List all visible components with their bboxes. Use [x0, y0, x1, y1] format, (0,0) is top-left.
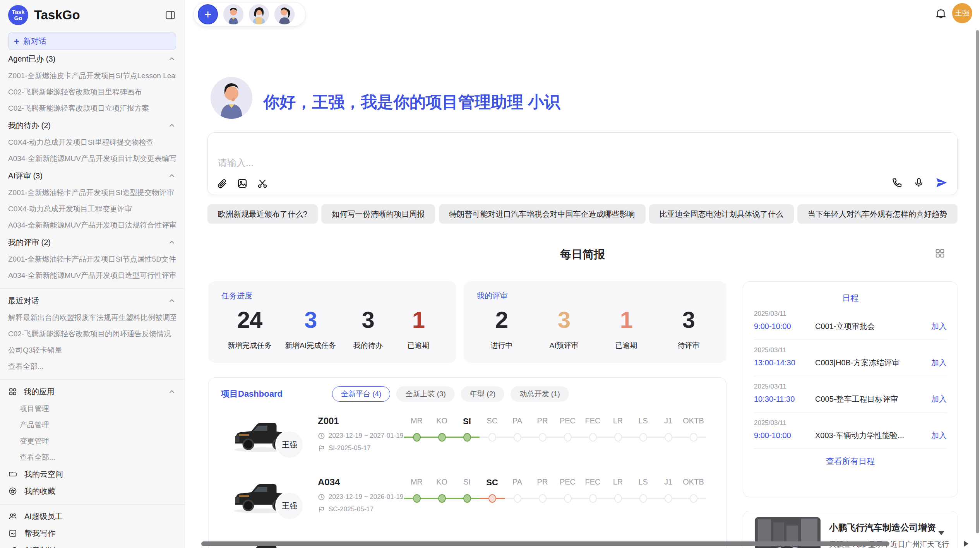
flag-icon [318, 445, 325, 452]
my-review-card: 我的评审 2 进行中 3 AI预评审 1 已逾期 3 待评审 [464, 281, 726, 363]
join-meeting-link[interactable]: 加入 [931, 358, 947, 368]
milestone-label: LR [605, 478, 630, 486]
chat-input[interactable]: 请输入... [207, 132, 958, 195]
suggestion-chip[interactable]: 特朗普可能对进口汽车增税会对中国车企造成哪些影响 [439, 204, 646, 224]
new-chat-label: 新对话 [23, 36, 46, 46]
sidebar-section-my-todo[interactable]: 我的待办 (2) [8, 116, 176, 134]
voice-call-button[interactable] [891, 177, 903, 188]
tab-all-new-platform[interactable]: 全新平台 (4) [332, 386, 391, 402]
milestone-label: MR [404, 478, 429, 486]
schedule-item[interactable]: 2025/03/11 9:00-10:00 X003-车辆动力学性能验... 加… [754, 413, 947, 449]
sidebar-section-recent-chats[interactable]: 最近对话 [8, 292, 176, 310]
section-title: 我的应用 [24, 387, 55, 397]
project-row-z001[interactable]: 王强 Z001 2023-12-19 ~ 2027-01-19 SI-2025-… [209, 413, 726, 471]
new-chat-button[interactable]: + 新对话 [8, 33, 176, 50]
milestone-dot [564, 494, 572, 503]
input-placeholder: 请输入... [218, 157, 254, 169]
project-flag-date: SC-2025-05-17 [329, 505, 373, 513]
sidebar-section-my-apps[interactable]: 我的应用 [8, 383, 176, 401]
sidebar-item[interactable]: Z001-全新燃油轻卡产品开发项目SI节点属性5D文件评审 [8, 251, 176, 267]
sidebar-item[interactable]: C02-飞腾新能源轻客改款项目里程碑画布 [8, 84, 176, 100]
folder-icon [8, 469, 18, 479]
milestone-dot [589, 433, 597, 442]
agent-avatar-2[interactable] [249, 4, 269, 24]
send-button[interactable] [935, 176, 948, 189]
phone-icon [891, 177, 903, 188]
sidebar-item[interactable]: A034-全新新能源MUV产品开发项目计划变更表编写 [8, 151, 176, 167]
project-row-a034[interactable]: 王强 A034 2023-12-19 ~ 2026-01-19 SC-2025-… [209, 474, 726, 533]
task-progress-card: 任务进度 24 新增完成任务 3 新增AI完成任务 3 我的待办 1 已逾期 [208, 281, 456, 363]
view-all-schedule-link[interactable]: 查看所有日程 [754, 456, 947, 467]
section-title: 我的评审 (2) [8, 237, 51, 248]
schedule-name: X003-车辆动力学性能验... [815, 430, 927, 441]
item-label: 我的收藏 [24, 486, 55, 497]
sidebar-item-cloud-space[interactable]: 我的云空间 [8, 466, 176, 483]
sidebar-item[interactable]: A034-全新新能源MUV产品开发项目法规符合性评审 [8, 217, 176, 233]
voice-input-button[interactable] [913, 177, 925, 188]
suggestion-chip[interactable]: 比亚迪全固态电池计划具体说了什么 [649, 204, 794, 224]
agent-avatar-1[interactable] [223, 4, 243, 24]
sidebar-item[interactable]: C0X4-动力总成开发项目工程变更评审 [8, 201, 176, 217]
user-avatar[interactable]: 王强 [952, 3, 972, 23]
divider [0, 504, 184, 505]
sidebar-item-product-mgmt[interactable]: 产品管理 [8, 417, 176, 433]
view-all-chats-link[interactable]: 查看全部... [8, 358, 176, 375]
tab-powertrain-dev[interactable]: 动总开发 (1) [511, 386, 569, 402]
scroll-right-arrow[interactable] [964, 541, 968, 547]
sidebar-item[interactable]: C0X4-动力总成开发项目SI里程碑提交物检查 [8, 134, 176, 151]
add-agent-button[interactable]: + [198, 4, 218, 24]
milestone-dot [514, 494, 521, 503]
join-meeting-link[interactable]: 加入 [931, 394, 947, 404]
sidebar-item-creative-drawing[interactable]: 创意制图 [8, 542, 176, 548]
sidebar-item[interactable]: 解释最新出台的欧盟报废车法规再生塑料比例被调至15%... [8, 310, 176, 326]
briefing-layout-button[interactable] [934, 248, 945, 259]
schedule-time: 9:00-10:00 [754, 322, 815, 331]
sidebar-section-ai-review[interactable]: AI评审 (3) [8, 167, 176, 185]
agent-avatar-3[interactable] [274, 4, 295, 24]
screenshot-button[interactable] [257, 178, 268, 189]
milestone-dot [665, 494, 672, 503]
upload-image-button[interactable] [236, 178, 248, 189]
suggestion-chip[interactable]: 当下年轻人对汽车外观有怎样的喜好趋势 [797, 204, 958, 224]
card-title: 任务进度 [221, 291, 443, 301]
schedule-name: C005-整车工程目标评审 [815, 394, 927, 404]
milestone-label: SI [454, 478, 480, 486]
tab-new-body[interactable]: 全新上装 (3) [396, 386, 455, 402]
schedule-time: 9:00-10:00 [754, 431, 815, 440]
tab-year-model[interactable]: 年型 (2) [461, 386, 505, 402]
milestone-label: FEC [580, 416, 605, 425]
suggestion-chip[interactable]: 欧洲新规最近颁布了什么? [207, 204, 318, 224]
sidebar-item-project-mgmt[interactable]: 项目管理 [8, 401, 176, 417]
sidebar-item-ai-super-staff[interactable]: AI超级员工 [8, 508, 176, 525]
join-meeting-link[interactable]: 加入 [931, 430, 947, 441]
vertical-scrollbar-thumb[interactable] [976, 30, 979, 533]
sidebar-section-agent-done[interactable]: Agent已办 (3) [8, 50, 176, 68]
sidebar-item[interactable]: Z001-全新燃油轻卡产品开发项目SI造型提交物评审 [8, 185, 176, 201]
sidebar-item[interactable]: C02-飞腾新能源轻客改款项目立项汇报方案 [8, 100, 176, 116]
sidebar-section-my-review[interactable]: 我的评审 (2) [8, 233, 176, 251]
view-all-apps-link[interactable]: 查看全部... [8, 449, 176, 466]
sidebar-item-help-me-write[interactable]: 帮我写作 [8, 525, 176, 542]
schedule-item[interactable]: 2025/03/11 13:00-14:30 C003|H0B-方案冻结评审 加… [754, 340, 947, 376]
join-meeting-link[interactable]: 加入 [931, 321, 947, 332]
sidebar-item[interactable]: C02-飞腾新能源轻客改款项目的闭环通告反馈情况 [8, 326, 176, 342]
schedule-item[interactable]: 2025/03/11 9:00-10:00 C001-立项审批会 加入 [754, 303, 947, 340]
horizontal-scrollbar-thumb[interactable] [201, 541, 889, 546]
milestone-label: LR [605, 416, 630, 425]
milestone-label: PEC [555, 478, 580, 486]
attach-file-button[interactable] [216, 178, 228, 189]
sidebar-item-favorites[interactable]: 我的收藏 [8, 483, 176, 500]
logo-text-top: Task [12, 9, 24, 15]
sidebar-item-change-mgmt[interactable]: 变更管理 [8, 433, 176, 449]
sidebar-item[interactable]: A034-全新新能源MUV产品开发项目造型可行性评审 [8, 267, 176, 284]
sidebar-item[interactable]: Z001-全新燃油皮卡产品开发项目SI节点Lesson Learn报告 [8, 68, 176, 84]
sidebar-item[interactable]: 公司Q3轻卡销量 [8, 342, 176, 358]
suggestion-chip[interactable]: 如何写一份清晰的项目周报 [321, 204, 435, 224]
schedule-item[interactable]: 2025/03/11 10:30-11:30 C005-整车工程目标评审 加入 [754, 376, 947, 413]
suggestion-chips: 欧洲新规最近颁布了什么? 如何写一份清晰的项目周报 特朗普可能对进口汽车增税会对… [207, 204, 958, 224]
notifications-button[interactable] [934, 7, 947, 20]
scroll-down-arrow[interactable] [938, 531, 944, 535]
stat-in-progress: 2 进行中 [483, 307, 520, 351]
milestone-label: MR [404, 416, 429, 425]
sidebar-collapse-button[interactable] [164, 9, 176, 21]
